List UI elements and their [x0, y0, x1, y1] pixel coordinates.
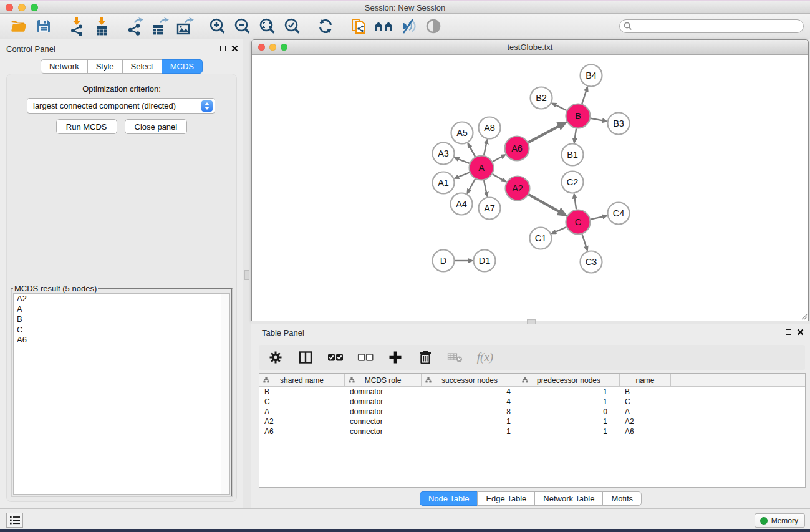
- zoom-in-button[interactable]: [205, 15, 230, 37]
- graph-edge-C-C4[interactable]: [591, 216, 603, 219]
- graph-edge-B-B2[interactable]: [556, 105, 567, 110]
- graph-edge-A-A6[interactable]: [493, 157, 502, 162]
- graph-node-A[interactable]: A: [470, 156, 494, 180]
- graph-edge-A2-C[interactable]: [529, 195, 560, 212]
- graph-edge-A-A4[interactable]: [469, 179, 475, 190]
- graph-node-B2[interactable]: B2: [531, 87, 552, 109]
- close-panel-button[interactable]: Close panel: [125, 119, 188, 134]
- first-neighbors-button[interactable]: [371, 15, 396, 37]
- delete-column-button[interactable]: [416, 348, 435, 367]
- table-row[interactable]: A6connector11A6: [259, 427, 805, 437]
- graph-node-A1[interactable]: A1: [433, 172, 455, 194]
- table-row[interactable]: A2connector11A2: [259, 417, 805, 427]
- graph-node-C2[interactable]: C2: [562, 172, 584, 193]
- graph-edge-A-A1[interactable]: [458, 173, 470, 177]
- graph-edge-A-A8[interactable]: [484, 143, 486, 155]
- graph-node-C1[interactable]: C1: [530, 228, 552, 249]
- task-history-button[interactable]: [6, 513, 23, 528]
- close-panel-icon[interactable]: [231, 45, 238, 52]
- graph-edge-A-A5[interactable]: [470, 147, 475, 157]
- graph-node-B1[interactable]: B1: [562, 144, 584, 166]
- column-header-predecessor-nodes[interactable]: predecessor nodes: [518, 374, 620, 387]
- show-columns-button[interactable]: [296, 348, 315, 367]
- graph-node-C3[interactable]: C3: [581, 251, 602, 273]
- table-settings-button[interactable]: [266, 348, 285, 367]
- float-table-panel-icon[interactable]: [786, 329, 791, 335]
- graph-node-A3[interactable]: A3: [433, 143, 455, 165]
- tab-network[interactable]: Network: [41, 59, 88, 74]
- memory-button[interactable]: Memory: [755, 513, 805, 528]
- graph-edge-A6-B[interactable]: [528, 126, 559, 143]
- import-network-button[interactable]: [64, 15, 89, 37]
- apply-layout-button[interactable]: [313, 15, 338, 37]
- hide-selected-button[interactable]: [396, 15, 421, 37]
- table-row[interactable]: Bdominator41B: [259, 387, 805, 397]
- column-header-name[interactable]: name: [620, 374, 671, 387]
- function-builder-button-disabled[interactable]: f(x): [476, 348, 494, 367]
- graph-node-A5[interactable]: A5: [451, 122, 473, 144]
- run-mcds-button[interactable]: Run MCDS: [56, 119, 117, 134]
- resize-grip-icon[interactable]: [800, 312, 808, 320]
- tab-select[interactable]: Select: [122, 59, 162, 74]
- network-window-titlebar[interactable]: testGlobe.txt: [252, 40, 808, 55]
- float-panel-icon[interactable]: [220, 46, 226, 51]
- show-all-button[interactable]: [421, 15, 446, 37]
- export-image-button[interactable]: [172, 15, 197, 37]
- zoom-selected-button[interactable]: [280, 15, 305, 37]
- tab-style[interactable]: Style: [87, 59, 123, 74]
- result-scrollbar[interactable]: [221, 294, 229, 494]
- table-tab-network-table[interactable]: Network Table: [534, 491, 603, 506]
- save-session-button[interactable]: [31, 15, 56, 37]
- vertical-splitter[interactable]: [243, 39, 251, 508]
- graph-node-B[interactable]: B: [566, 104, 591, 128]
- zoom-out-button[interactable]: [230, 15, 255, 37]
- table-row[interactable]: Adominator80A: [259, 407, 805, 417]
- graph-node-A6[interactable]: A6: [505, 137, 529, 161]
- tab-mcds[interactable]: MCDS: [162, 59, 203, 74]
- mcds-result-item[interactable]: A6: [14, 335, 229, 346]
- mcds-result-item[interactable]: B: [14, 314, 229, 325]
- graph-edge-B-B1[interactable]: [575, 128, 576, 138]
- graph-edge-B-B3[interactable]: [591, 118, 603, 121]
- graph-edge-C-C3[interactable]: [582, 234, 586, 246]
- create-column-button[interactable]: [386, 348, 405, 367]
- table-tab-node-table[interactable]: Node Table: [420, 491, 478, 506]
- graph-edge-A-A7[interactable]: [484, 180, 486, 193]
- export-network-button[interactable]: [122, 15, 147, 37]
- column-header-MCDS-role[interactable]: MCDS role: [345, 374, 422, 387]
- graph-node-C4[interactable]: C4: [608, 203, 630, 225]
- graph-node-C[interactable]: C: [566, 210, 591, 235]
- select-all-columns-button[interactable]: [326, 348, 345, 367]
- column-header-shared-name[interactable]: shared name: [259, 374, 345, 387]
- zoom-fit-button[interactable]: [255, 15, 280, 37]
- graph-node-D1[interactable]: D1: [474, 250, 496, 272]
- graph-node-D[interactable]: D: [433, 250, 455, 272]
- graph-edge-C-C2[interactable]: [575, 198, 577, 209]
- graph-node-B4[interactable]: B4: [581, 65, 602, 87]
- delete-table-button-disabled[interactable]: [446, 348, 465, 367]
- close-table-panel-icon[interactable]: [797, 329, 804, 336]
- column-header-successor-nodes[interactable]: successor nodes: [422, 374, 518, 387]
- network-canvas[interactable]: B4B2BB3A8A5A6A3B1AC2A1A2A4A7C4CC1DD1C3: [252, 55, 808, 321]
- table-row[interactable]: Cdominator41C: [259, 397, 805, 407]
- clone-network-button[interactable]: [346, 15, 371, 37]
- table-tab-motifs[interactable]: Motifs: [602, 491, 642, 506]
- search-input[interactable]: [619, 19, 804, 33]
- import-table-button[interactable]: [89, 15, 114, 37]
- graph-node-A8[interactable]: A8: [479, 117, 501, 139]
- open-file-button[interactable]: [6, 15, 31, 37]
- vertical-splitter-handle[interactable]: [244, 270, 249, 280]
- mcds-result-item[interactable]: C: [14, 325, 229, 336]
- export-table-button[interactable]: [147, 15, 172, 37]
- graph-edge-C-C1[interactable]: [556, 227, 567, 232]
- graph-edge-A-A3[interactable]: [458, 159, 470, 163]
- graph-node-A4[interactable]: A4: [451, 193, 473, 215]
- table-tab-edge-table[interactable]: Edge Table: [477, 491, 535, 506]
- graph-node-A2[interactable]: A2: [506, 177, 530, 201]
- deselect-all-columns-button[interactable]: [356, 348, 375, 367]
- graph-edge-A-A2[interactable]: [493, 174, 503, 180]
- network-graph[interactable]: B4B2BB3A8A5A6A3B1AC2A1A2A4A7C4CC1DD1C3: [252, 55, 808, 321]
- criterion-select[interactable]: largest connected component (directed): [27, 98, 215, 114]
- mcds-result-item[interactable]: A2: [14, 294, 229, 304]
- mcds-result-item[interactable]: A: [14, 304, 229, 315]
